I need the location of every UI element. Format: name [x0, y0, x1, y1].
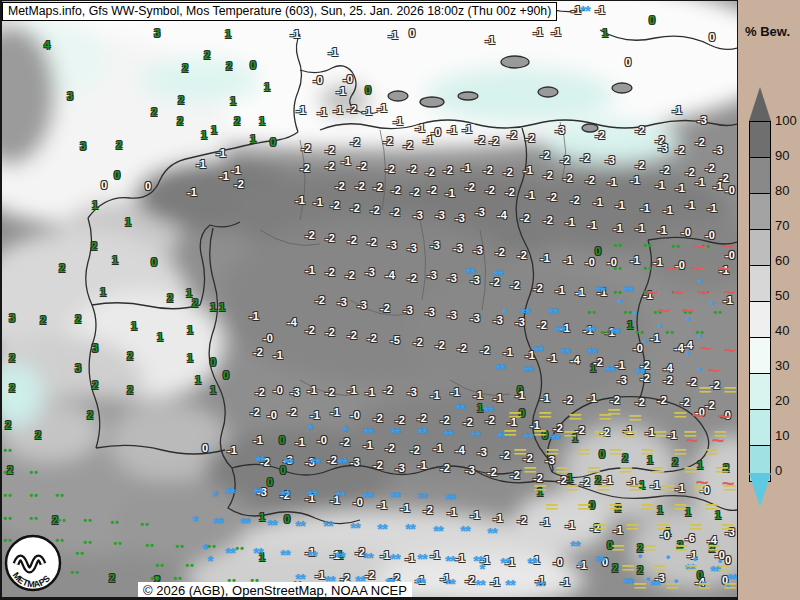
station-temp: -2 [253, 347, 263, 358]
station-temp: -2 [357, 161, 367, 172]
fog-icon: = [628, 411, 642, 426]
station-temp: -2 [234, 179, 244, 190]
station-overlay: 4312223212211232010111000112210112211322… [0, 0, 737, 600]
station-temp: -2 [403, 140, 413, 151]
station-temp-green: 2 [59, 263, 65, 274]
snow-icon: ** [623, 575, 633, 590]
drizzle-icon: •• [29, 513, 39, 524]
station-temp: -2 [345, 270, 355, 281]
station-temp: -2 [635, 125, 645, 136]
station-temp: -1 [336, 86, 346, 97]
freezing-drizzle-icon: ~ [707, 361, 720, 380]
snow-icon: ** [405, 521, 415, 536]
station-temp: -2 [305, 230, 315, 241]
station-temp-green: 1 [100, 287, 106, 298]
station-temp: -1 [187, 187, 197, 198]
map-title: MetMaps.info, Gfs WW-Symbol, Mos Tempera… [8, 4, 551, 18]
station-temp: -1 [227, 445, 237, 456]
station-temp-green: 2 [127, 385, 133, 396]
station-temp: -1 [447, 125, 457, 136]
snow-icon: ** [283, 455, 293, 470]
light-snow-icon: * [578, 558, 583, 573]
sleet-icon: • [643, 334, 648, 347]
station-temp: -0 [267, 410, 277, 421]
colorbar-tick-label: 100 [775, 113, 797, 128]
station-temp: -1 [523, 165, 533, 176]
station-temp-green: 1 [477, 403, 483, 414]
colorbar-tick-label: 40 [775, 323, 789, 338]
station-temp-green: 2 [116, 140, 122, 151]
station-temp: -1 [305, 265, 315, 276]
freezing-drizzle-icon: ~ [691, 406, 704, 425]
drizzle-icon: •• [207, 541, 217, 552]
station-temp-green: 0 [649, 15, 655, 26]
station-temp: -1 [393, 116, 403, 127]
sleet-icon: • [503, 304, 508, 317]
station-temp-green: 0 [223, 370, 229, 381]
snow-icon: ** [417, 551, 427, 566]
fog-icon: = [545, 500, 559, 515]
station-temp: -2 [300, 163, 310, 174]
snow-icon: ** [417, 425, 427, 440]
station-temp: -2 [383, 136, 393, 147]
station-temp: -2 [410, 445, 420, 456]
station-temp-green: 2 [5, 420, 11, 431]
snow-icon: ** [337, 455, 347, 470]
station-temp: -2 [595, 130, 605, 141]
snow-icon: ** [307, 487, 317, 502]
station-temp: -2 [687, 377, 697, 388]
station-temp: -1 [430, 390, 440, 401]
station-temp-green: 3 [80, 141, 86, 152]
fog-icon: = [625, 520, 639, 535]
station-temp: -2 [543, 215, 553, 226]
station-temp: -2 [705, 400, 715, 411]
freezing-drizzle-icon: ~ [721, 237, 734, 256]
station-temp: -1 [485, 35, 495, 46]
freezing-drizzle-icon: ~ [697, 283, 710, 302]
station-temp: -2 [325, 161, 335, 172]
drizzle-icon: •• [235, 543, 245, 554]
station-temp: -3 [465, 465, 475, 476]
drizzle-icon: •• [145, 540, 155, 551]
station-temp-green: 3 [92, 343, 98, 354]
station-temp: -1 [613, 525, 623, 536]
map-title-bar: MetMaps.info, Gfs WW-Symbol, Mos Tempera… [2, 2, 557, 21]
station-temp: -2 [367, 237, 377, 248]
freezing-drizzle-icon: ~ [721, 474, 734, 493]
snow-icon: ** [253, 545, 263, 560]
snow-icon: ** [460, 523, 470, 538]
station-temp-green: 2 [91, 241, 97, 252]
station-temp: -1 [341, 156, 351, 167]
station-temp: -1 [615, 360, 625, 371]
snow-icon: ** [487, 525, 497, 540]
snow-icon: ** [323, 518, 333, 533]
snow-icon: ** [415, 575, 425, 590]
fog-icon: = [633, 579, 647, 594]
station-temp: -1 [555, 285, 565, 296]
drizzle-icon: •• [70, 567, 80, 578]
snow-icon: ** [580, 3, 590, 18]
station-temp: 0 [709, 32, 715, 43]
fog-icon: = [661, 481, 675, 496]
fog-icon: = [653, 561, 667, 576]
snow-icon: ** [493, 267, 503, 282]
snow-icon: ** [495, 361, 505, 376]
station-temp: -3 [290, 387, 300, 398]
station-temp: -1 [249, 311, 259, 322]
station-temp-green: 2 [40, 315, 46, 326]
station-temp: -1 [290, 29, 300, 40]
sleet-icon: • [578, 286, 583, 299]
fog-icon: = [665, 579, 679, 594]
station-temp: -2 [685, 167, 695, 178]
drizzle-icon: •• [587, 307, 597, 318]
fog-icon: = [565, 481, 579, 496]
fog-icon: = [675, 541, 689, 556]
snow-icon: ** [377, 521, 387, 536]
snow-icon: ** [335, 549, 345, 564]
station-temp: -1 [630, 255, 640, 266]
station-temp: -1 [219, 171, 229, 182]
freezing-drizzle-icon: ~ [717, 407, 730, 426]
drizzle-icon: •• [623, 307, 633, 318]
snow-icon: ** [548, 305, 558, 320]
station-temp: -2 [380, 303, 390, 314]
